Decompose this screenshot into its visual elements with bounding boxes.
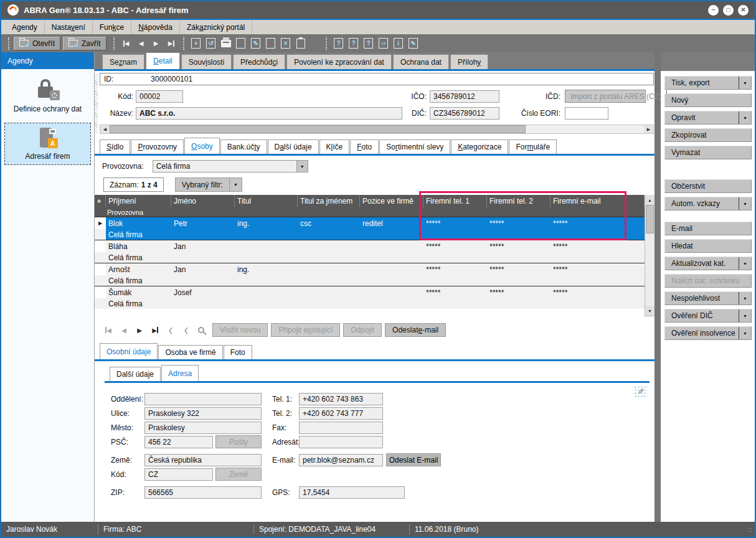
clipboard-icon[interactable] — [294, 37, 308, 50]
last-record-button[interactable]: ▶ — [164, 37, 178, 50]
column-header-jmeno[interactable]: Jméno — [171, 195, 235, 207]
page-back-button[interactable]: ❮ — [164, 327, 177, 334]
tab-osoba-ve-firme[interactable]: Osoba ve firmě — [158, 345, 222, 359]
column-header-prijmeni[interactable]: Příjmení — [106, 195, 171, 207]
scroll-left-icon[interactable]: ◀ — [100, 125, 110, 133]
copy-button[interactable]: Zkopírovat — [664, 128, 752, 142]
send-email2-button[interactable]: Odeslat E-mail — [386, 453, 441, 466]
close-button[interactable]: ✕ — [738, 5, 749, 16]
panel-splitter[interactable] — [654, 52, 661, 522]
email-field[interactable]: petr.blok@seznam.cz — [299, 454, 383, 466]
tab-adresa[interactable]: Adresa — [161, 365, 199, 381]
splitter-handle[interactable] — [95, 73, 98, 133]
search-button[interactable]: Hledat — [664, 239, 752, 253]
menu-napoveda[interactable]: Nápověda — [131, 20, 180, 34]
new-button[interactable]: Nový — [664, 93, 752, 107]
vat-check-button[interactable]: Ověření DIČ▼ — [664, 309, 752, 323]
ulice-field[interactable]: Praskolesy 322 — [144, 407, 262, 420]
last-person-button[interactable]: ▶ — [149, 327, 161, 334]
gps-field[interactable]: 17,5454 — [299, 486, 405, 499]
tab-detail[interactable]: Detail — [146, 52, 180, 69]
attach-existing-button[interactable]: Připojit existující — [271, 323, 340, 337]
table-row[interactable]: Šumák Josef ***** ***** ***** Celá firma — [95, 286, 645, 309]
tab-formulare[interactable]: Formuláře — [509, 139, 557, 154]
vertical-scrollbar[interactable]: ▲ ▼ — [645, 195, 654, 316]
menu-zakaznicky-portal[interactable]: Zákaznický portál — [180, 20, 252, 34]
first-record-button[interactable]: ◀ — [120, 37, 133, 50]
tel2-field[interactable]: +420 602 743 777 — [299, 407, 383, 420]
dic-field[interactable]: CZ3456789012 — [430, 107, 499, 120]
chevron-down-icon[interactable]: ▼ — [739, 327, 751, 339]
eori-field[interactable] — [565, 107, 608, 120]
next-record-button[interactable]: ▶ — [149, 37, 163, 50]
tab-seznam[interactable]: Seznam — [102, 54, 144, 69]
delete-document-icon[interactable]: × — [279, 37, 293, 50]
column-header-tel2[interactable]: Firemní tel. 2 — [487, 195, 550, 207]
menu-nastaveni[interactable]: Nastavení — [45, 20, 93, 34]
chevron-down-icon[interactable]: ▼ — [739, 257, 751, 270]
previous-record-button[interactable]: ◀ — [135, 37, 148, 50]
column-header-titul[interactable]: Titul — [235, 195, 298, 207]
sidebar-item-definice-ochrany-dat[interactable]: Definice ochrany dat — [4, 74, 91, 118]
open-button[interactable]: Otevřít — [14, 37, 60, 50]
column-header-tel1[interactable]: Firemní tel. 1 — [423, 195, 487, 207]
help-pages-icon[interactable]: ? — [362, 37, 376, 50]
print-icon[interactable] — [219, 37, 233, 50]
selected-filter-button[interactable]: Vybraný filtr: ▼ — [175, 177, 242, 192]
fax-field[interactable] — [299, 422, 383, 434]
edit-document-icon[interactable]: ✎ — [249, 37, 263, 50]
tab-bank-ucty[interactable]: Bank.účty — [220, 139, 267, 154]
chevron-down-icon[interactable]: ▼ — [739, 111, 751, 124]
send-email-button[interactable]: Odeslat e-mail — [385, 323, 446, 337]
tab-dalsi-udaje[interactable]: Další údaje — [268, 139, 319, 154]
scroll-right-icon[interactable]: ▶ — [644, 125, 653, 133]
tab-klice[interactable]: Klíče — [319, 139, 350, 154]
posty-button[interactable]: Pošty — [215, 435, 262, 448]
chevron-down-icon[interactable]: ▼ — [296, 161, 308, 172]
provozovna-select[interactable]: Celá firma ▼ — [153, 160, 308, 172]
chevron-down-icon[interactable]: ▼ — [739, 292, 751, 304]
scroll-up-icon[interactable]: ▲ — [645, 195, 654, 205]
new-document-icon[interactable] — [234, 37, 248, 50]
chevron-down-icon[interactable]: ▼ — [739, 77, 751, 89]
first-person-button[interactable]: ◀ — [102, 327, 115, 334]
print-export-button[interactable]: Tisk, export▼ — [664, 76, 752, 90]
zeme-button[interactable]: Země — [215, 468, 262, 481]
tab-sortimentni-slevy[interactable]: Sortimentní slevy — [379, 139, 450, 154]
chevron-down-icon[interactable]: ▼ — [739, 309, 751, 322]
table-row[interactable]: Bláha Jan ***** ***** ***** Celá firma — [95, 240, 645, 263]
tab-kategorizace[interactable]: Kategorizace — [451, 139, 508, 154]
sidebar-item-adresar-firem[interactable]: A Adresář firem — [4, 123, 91, 165]
column-header-titul-za-jmenem[interactable]: Titul za jménem — [298, 195, 360, 207]
scrollbar-track[interactable] — [645, 205, 654, 306]
horizontal-scrollbar[interactable]: ◀ ▶ — [100, 125, 654, 134]
email-button[interactable]: E-mail — [664, 222, 752, 235]
column-header-pozice[interactable]: Pozice ve firmě — [360, 195, 423, 207]
filter-dropdown-arrow-icon[interactable]: ▼ — [230, 177, 242, 192]
scrollbar-thumb[interactable] — [110, 125, 526, 133]
next-person-button[interactable]: ▶ — [133, 327, 146, 334]
zeme-field[interactable]: Česká republika — [144, 454, 262, 466]
auto-messages-button[interactable]: Autom. vzkazy▼ — [664, 197, 752, 210]
tab-foto[interactable]: Foto — [350, 139, 379, 154]
tel1-field[interactable]: +420 602 743 863 — [299, 393, 383, 405]
search-icon[interactable] — [198, 327, 204, 333]
previous-person-button[interactable]: ◀ — [118, 327, 130, 334]
minimize-button[interactable]: – — [708, 5, 719, 16]
help-icon[interactable]: ? — [332, 37, 346, 50]
tab-ochrana-dat[interactable]: Ochrana dat — [393, 54, 449, 69]
tab-sidlo[interactable]: Sídlo — [100, 139, 130, 154]
detach-button[interactable]: Odpojit — [343, 323, 382, 337]
window-refresh-icon[interactable]: ↺ — [204, 37, 218, 50]
copy-document-icon[interactable] — [264, 37, 278, 50]
kod-zeme-field[interactable]: CZ — [144, 468, 213, 481]
unreliability-button[interactable]: Nespolehlivost▼ — [664, 291, 752, 305]
find-databox-button[interactable]: Nalézt dat. schránku — [664, 274, 752, 288]
menu-agendy[interactable]: Agendy — [5, 20, 45, 34]
page-back2-button[interactable]: ❮ — [180, 327, 192, 334]
zip-field[interactable]: 566565 — [144, 486, 262, 499]
table-row[interactable]: ▶ Blok Petr ing. csc reditel ***** *****… — [95, 217, 645, 240]
tab-osoby[interactable]: Osoby — [184, 138, 220, 154]
tab-provozovny[interactable]: Provozovny — [131, 139, 184, 154]
edit-button[interactable]: Opravit▼ — [664, 111, 752, 125]
